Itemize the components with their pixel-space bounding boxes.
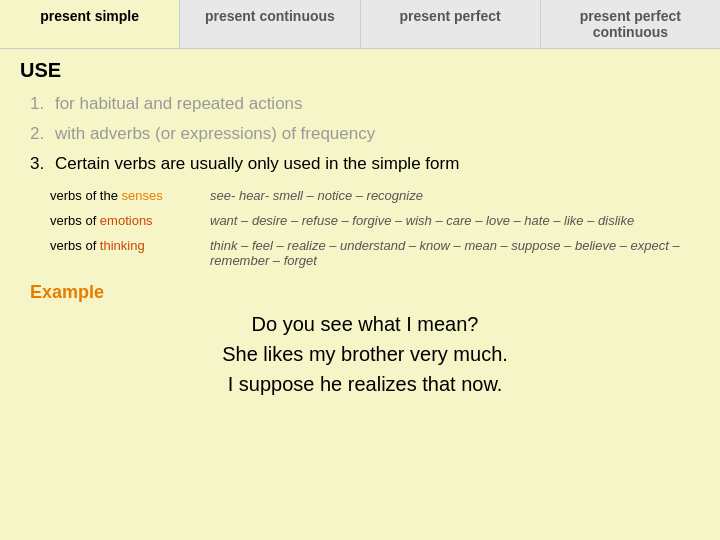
item-2-text: with adverbs (or expressions) of frequen… — [55, 124, 375, 143]
tab-present-perfect-continuous[interactable]: present perfect continuous — [541, 0, 720, 48]
example-line-1: Do you see what I mean? — [252, 313, 479, 335]
verb-row-senses: verbs of the senses see- hear- smell – n… — [50, 188, 700, 203]
verb-label-thinking: verbs of thinking — [50, 238, 210, 253]
tab-present-simple[interactable]: present simple — [0, 0, 180, 48]
verb-label-emotions-prefix: verbs of — [50, 213, 100, 228]
example-lines: Do you see what I mean? She likes my bro… — [30, 309, 700, 399]
tab-present-continuous-label: present continuous — [205, 8, 335, 24]
tab-present-perfect-label: present perfect — [400, 8, 501, 24]
list-item-1: 1. for habitual and repeated actions — [20, 94, 700, 114]
item-1-text: for habitual and repeated actions — [55, 94, 303, 113]
tab-present-continuous[interactable]: present continuous — [180, 0, 360, 48]
list-item-2: 2. with adverbs (or expressions) of freq… — [20, 124, 700, 144]
tab-bar: present simple present continuous presen… — [0, 0, 720, 49]
verb-label-senses-prefix: verbs of the — [50, 188, 122, 203]
example-section: Example Do you see what I mean? She like… — [20, 282, 700, 399]
tab-present-simple-label: present simple — [40, 8, 139, 24]
tab-present-perfect-continuous-label: present perfect continuous — [580, 8, 681, 40]
verb-row-emotions: verbs of emotions want – desire – refuse… — [50, 213, 700, 228]
item-3-text: Certain verbs are usually only used in t… — [55, 154, 459, 173]
list-item-3: 3. Certain verbs are usually only used i… — [20, 154, 700, 174]
example-line-2: She likes my brother very much. — [222, 343, 508, 365]
main-content: USE 1. for habitual and repeated actions… — [0, 49, 720, 409]
example-label: Example — [30, 282, 700, 303]
verb-examples-emotions: want – desire – refuse – forgive – wish … — [210, 213, 700, 228]
verb-label-emotions-highlight: emotions — [100, 213, 153, 228]
verb-label-thinking-prefix: verbs of — [50, 238, 100, 253]
tab-present-perfect[interactable]: present perfect — [361, 0, 541, 48]
verb-examples-thinking: think – feel – realize – understand – kn… — [210, 238, 700, 268]
use-heading: USE — [20, 59, 700, 82]
verb-row-thinking: verbs of thinking think – feel – realize… — [50, 238, 700, 268]
item-2-number: 2. — [30, 124, 44, 143]
verb-label-senses-highlight: senses — [122, 188, 163, 203]
verb-label-thinking-highlight: thinking — [100, 238, 145, 253]
verbs-section: verbs of the senses see- hear- smell – n… — [50, 188, 700, 268]
example-line-3: I suppose he realizes that now. — [228, 373, 503, 395]
verb-examples-senses: see- hear- smell – notice – recognize — [210, 188, 700, 203]
verb-label-emotions: verbs of emotions — [50, 213, 210, 228]
verb-label-senses: verbs of the senses — [50, 188, 210, 203]
item-3-number: 3. — [30, 154, 44, 173]
item-1-number: 1. — [30, 94, 44, 113]
